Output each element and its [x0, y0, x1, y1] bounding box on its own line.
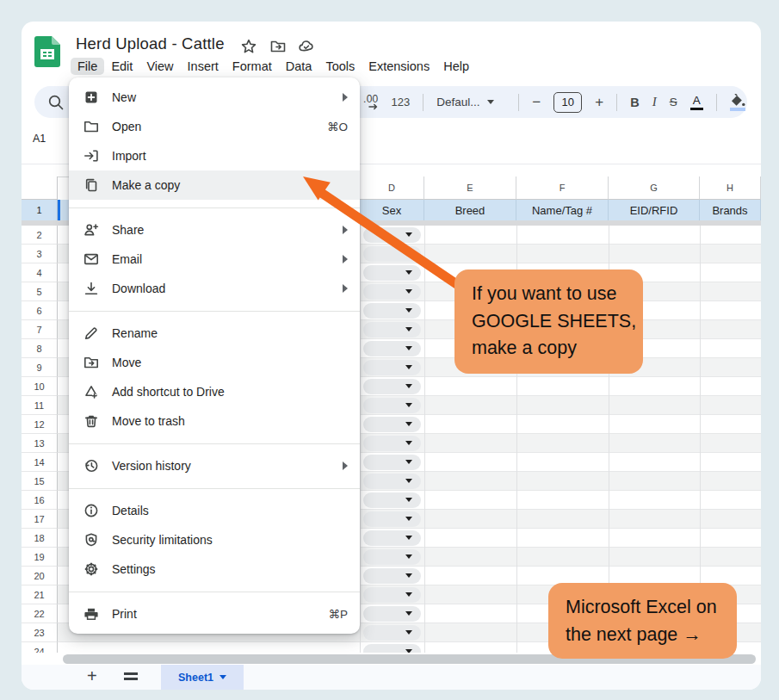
search-icon[interactable] [46, 93, 65, 112]
column-header-D[interactable]: D [360, 177, 424, 200]
file-menu-item-version-history[interactable]: Version history [69, 451, 360, 480]
file-menu-item-move-to-trash[interactable]: Move to trash [69, 406, 360, 436]
row-header-13[interactable]: 13 [22, 434, 58, 453]
menubar-item-tools[interactable]: Tools [318, 58, 362, 75]
italic-button[interactable]: I [652, 95, 657, 109]
row-header-11[interactable]: 11 [22, 396, 58, 415]
grid-corner-cell[interactable] [22, 177, 58, 200]
menubar-item-data[interactable]: Data [279, 58, 319, 75]
file-menu-item-download[interactable]: Download [69, 274, 360, 303]
dropdown-chip-D12[interactable] [363, 417, 421, 432]
text-color-button[interactable]: A [690, 94, 703, 110]
dropdown-chip-D20[interactable] [363, 568, 421, 584]
google-sheets-logo-icon[interactable] [34, 36, 60, 67]
file-menu-item-share[interactable]: Share [69, 215, 360, 245]
file-menu-item-add-shortcut-to-drive[interactable]: Add shortcut to Drive [69, 377, 360, 406]
add-sheet-button[interactable]: + [87, 666, 97, 686]
dropdown-chip-D6[interactable] [363, 303, 421, 319]
bold-button[interactable]: B [630, 96, 639, 109]
dropdown-chip-D21[interactable] [363, 587, 421, 603]
dropdown-chip-D10[interactable] [363, 379, 421, 394]
menubar-item-view[interactable]: View [139, 58, 180, 75]
dropdown-chip-D18[interactable] [363, 530, 421, 546]
font-family-select[interactable]: Defaul... [436, 96, 505, 108]
row-header-4[interactable]: 4 [22, 263, 58, 282]
row-header-22[interactable]: 22 [22, 604, 58, 623]
name-box[interactable]: A1 [33, 133, 46, 145]
header-cell-F1[interactable]: Name/Tag # [516, 200, 609, 220]
header-cell-G1[interactable]: EID/RFID [609, 200, 700, 220]
header-cell-E1[interactable]: Breed [424, 200, 516, 220]
move-to-folder-icon[interactable] [269, 38, 287, 55]
column-header-G[interactable]: G [609, 177, 700, 200]
row-header-21[interactable]: 21 [22, 585, 58, 604]
column-header-E[interactable]: E [424, 177, 516, 200]
dropdown-chip-D9[interactable] [363, 360, 421, 375]
file-menu-item-make-a-copy[interactable]: Make a copy [69, 170, 360, 200]
row-header-14[interactable]: 14 [22, 453, 58, 472]
dropdown-chip-D24[interactable] [363, 644, 421, 653]
row-header-1[interactable]: 1 [22, 200, 58, 220]
file-menu-item-security-limitations[interactable]: Security limitations [69, 525, 360, 554]
menubar-item-extensions[interactable]: Extensions [362, 58, 436, 75]
file-menu-item-move[interactable]: Move [69, 348, 360, 377]
dropdown-chip-D5[interactable] [363, 284, 421, 300]
row-header-23[interactable]: 23 [22, 623, 58, 642]
dropdown-chip-D7[interactable] [363, 322, 421, 338]
row-header-5[interactable]: 5 [22, 282, 58, 301]
dropdown-chip-D14[interactable] [363, 455, 421, 470]
sheet-tab-active[interactable]: Sheet1 [161, 665, 244, 690]
all-sheets-menu-icon[interactable] [124, 672, 138, 683]
increase-font-size-button[interactable]: + [595, 94, 603, 111]
menubar-item-file[interactable]: File [71, 58, 104, 75]
dropdown-chip-D2[interactable] [363, 227, 421, 243]
file-menu-item-open[interactable]: Open⌘O [69, 112, 360, 141]
column-header-H[interactable]: H [700, 177, 761, 200]
dropdown-chip-D22[interactable] [363, 606, 421, 622]
row-header-10[interactable]: 10 [22, 377, 58, 396]
dropdown-chip-D13[interactable] [363, 436, 421, 451]
file-menu-item-import[interactable]: Import [69, 141, 360, 170]
row-header-3[interactable]: 3 [22, 245, 58, 263]
row-header-6[interactable]: 6 [22, 301, 58, 320]
dropdown-chip-D23[interactable] [363, 625, 421, 641]
header-cell-H1[interactable]: Brands [700, 200, 761, 220]
column-header-F[interactable]: F [516, 177, 609, 200]
row-header-19[interactable]: 19 [22, 548, 58, 567]
menubar-item-insert[interactable]: Insert [181, 58, 226, 75]
row-header-17[interactable]: 17 [22, 510, 58, 529]
dropdown-chip-D15[interactable] [363, 474, 421, 489]
row-header-24[interactable]: 24 [22, 642, 58, 653]
dropdown-chip-D17[interactable] [363, 511, 421, 527]
dropdown-chip-D3[interactable] [363, 246, 421, 262]
document-title[interactable]: Herd Upload - Cattle [76, 34, 225, 53]
row-header-20[interactable]: 20 [22, 567, 58, 585]
file-menu-item-settings[interactable]: Settings [69, 554, 360, 584]
dropdown-chip-D4[interactable] [363, 265, 421, 281]
number-format-button[interactable]: 123 [392, 96, 411, 108]
file-menu-item-email[interactable]: Email [69, 245, 360, 274]
menubar-item-format[interactable]: Format [226, 58, 279, 75]
dropdown-chip-D11[interactable] [363, 398, 421, 413]
star-icon[interactable] [240, 38, 257, 55]
cloud-check-icon[interactable] [298, 38, 315, 55]
row-header-15[interactable]: 15 [22, 472, 58, 491]
menubar-item-help[interactable]: Help [436, 58, 476, 75]
file-menu-item-new[interactable]: New [69, 83, 360, 112]
file-menu-item-details[interactable]: Details [69, 496, 360, 525]
fill-color-button[interactable] [730, 94, 745, 111]
row-header-7[interactable]: 7 [22, 320, 58, 339]
dropdown-chip-D8[interactable] [363, 341, 421, 356]
row-header-18[interactable]: 18 [22, 529, 58, 548]
header-cell-D1[interactable]: Sex [360, 200, 424, 220]
file-menu-item-print[interactable]: Print⌘P [69, 599, 360, 629]
decrease-font-size-button[interactable]: − [532, 94, 541, 111]
font-size-input[interactable]: 10 [553, 92, 582, 113]
dropdown-chip-D16[interactable] [363, 492, 421, 508]
row-header-16[interactable]: 16 [22, 491, 58, 510]
row-header-2[interactable]: 2 [22, 226, 58, 245]
decrease-decimal-button[interactable]: .00 [363, 95, 379, 110]
file-menu-item-rename[interactable]: Rename [69, 319, 360, 348]
row-header-9[interactable]: 9 [22, 358, 58, 377]
strikethrough-button[interactable]: S [670, 96, 677, 108]
